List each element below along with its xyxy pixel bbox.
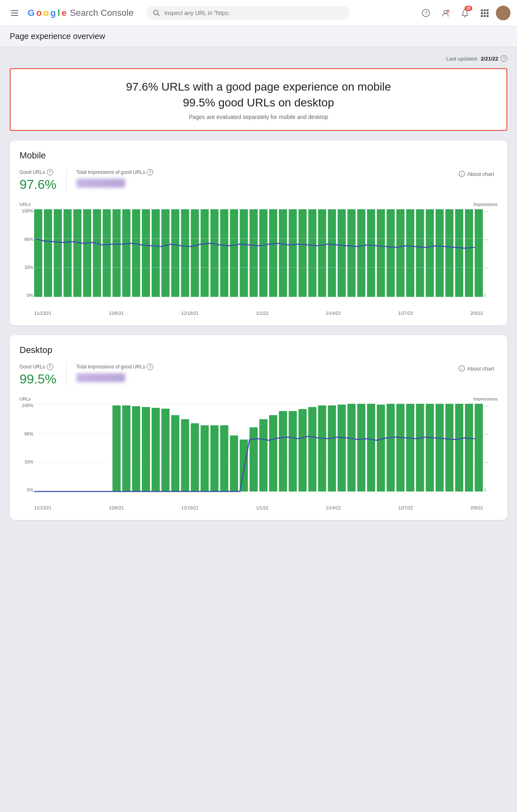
svg-rect-98 xyxy=(318,405,326,492)
mobile-section-title: Mobile xyxy=(20,150,497,161)
svg-rect-54 xyxy=(357,209,365,297)
profile-person-icon[interactable]: 28 xyxy=(437,5,454,21)
desktop-good-urls-info-icon[interactable]: ? xyxy=(47,364,53,370)
search-icon xyxy=(153,9,160,17)
desktop-stats-row: Good URLs ? 99.5% Total impressions of g… xyxy=(20,364,497,387)
svg-rect-58 xyxy=(396,209,404,297)
svg-rect-38 xyxy=(200,209,209,297)
svg-rect-103 xyxy=(367,404,375,492)
mobile-y-left-label: URLs xyxy=(20,202,31,207)
mobile-impressions-label: Total impressions of good URLs ? xyxy=(76,169,153,175)
svg-rect-46 xyxy=(279,209,287,297)
svg-rect-39 xyxy=(211,209,219,297)
svg-rect-35 xyxy=(171,209,179,297)
svg-rect-48 xyxy=(298,209,306,297)
svg-rect-62 xyxy=(436,209,444,297)
svg-rect-88 xyxy=(220,425,228,492)
desktop-chart-svg xyxy=(34,403,483,492)
svg-rect-87 xyxy=(211,425,219,492)
mobile-stat-divider xyxy=(66,169,67,192)
svg-rect-99 xyxy=(328,405,336,492)
notifications-icon[interactable]: 28 xyxy=(457,5,473,21)
desktop-y-left-label: URLs xyxy=(20,396,31,401)
summary-line1: 97.6% URLs with a good page experience o… xyxy=(126,80,391,93)
svg-rect-111 xyxy=(445,404,454,492)
svg-rect-47 xyxy=(289,209,297,297)
desktop-y-right-label: Impressions xyxy=(474,396,497,401)
last-updated-info-icon[interactable]: ? xyxy=(501,55,507,62)
svg-rect-2 xyxy=(11,15,18,16)
svg-rect-109 xyxy=(426,404,434,492)
svg-rect-49 xyxy=(308,209,316,297)
svg-rect-59 xyxy=(406,209,414,297)
svg-rect-26 xyxy=(83,209,91,297)
svg-rect-63 xyxy=(445,209,454,297)
svg-rect-14 xyxy=(487,12,489,14)
svg-rect-97 xyxy=(308,407,316,492)
desktop-good-urls-block: Good URLs ? 99.5% xyxy=(20,364,56,387)
svg-rect-34 xyxy=(161,209,169,297)
summary-line2: 99.5% good URLs on desktop xyxy=(183,96,334,109)
search-bar[interactable] xyxy=(146,6,350,20)
svg-rect-51 xyxy=(328,209,336,297)
svg-rect-27 xyxy=(93,209,101,297)
mobile-about-chart-button[interactable]: i About chart xyxy=(455,169,498,179)
mobile-y-right-label: Impressions xyxy=(474,202,497,207)
svg-rect-64 xyxy=(455,209,463,297)
mobile-good-urls-value: 97.6% xyxy=(20,177,56,192)
svg-rect-10 xyxy=(484,9,486,11)
svg-rect-96 xyxy=(298,409,306,492)
page-title: Page experience overview xyxy=(10,32,507,41)
mobile-impressions-info-icon[interactable]: ? xyxy=(147,169,153,175)
desktop-impressions-blurred-value xyxy=(76,373,125,382)
hamburger-menu[interactable] xyxy=(7,5,23,21)
svg-rect-15 xyxy=(481,15,483,17)
svg-rect-21 xyxy=(34,209,42,297)
svg-rect-100 xyxy=(338,405,346,492)
svg-rect-108 xyxy=(416,404,424,492)
mobile-chart-area: URLs Impressions 100% 66% 33% 0% — — — 0 xyxy=(20,202,497,316)
desktop-y-ticks-left: 100% 66% 33% 0% xyxy=(20,403,33,492)
svg-rect-80 xyxy=(142,407,150,492)
svg-rect-9 xyxy=(481,9,483,11)
mobile-stats-row: Good URLs ? 97.6% Total impressions of g… xyxy=(20,169,497,192)
svg-rect-83 xyxy=(171,415,179,492)
svg-rect-12 xyxy=(481,12,483,14)
svg-rect-79 xyxy=(132,406,140,492)
desktop-good-urls-label: Good URLs ? xyxy=(20,364,56,370)
svg-rect-61 xyxy=(426,209,434,297)
mobile-good-urls-info-icon[interactable]: ? xyxy=(47,169,53,175)
user-avatar[interactable] xyxy=(496,6,510,20)
mobile-about-chart-icon: i xyxy=(458,171,465,177)
search-input[interactable] xyxy=(164,10,343,16)
svg-rect-36 xyxy=(181,209,189,297)
mobile-x-axis: 11/23/21 12/6/21 12/19/21 1/1/22 1/14/22… xyxy=(34,311,483,316)
svg-rect-66 xyxy=(475,209,483,297)
desktop-about-chart-button[interactable]: i About chart xyxy=(455,364,498,373)
mobile-impressions-blurred-value xyxy=(76,179,125,188)
svg-rect-16 xyxy=(484,15,486,17)
svg-rect-55 xyxy=(367,209,375,297)
desktop-impressions-info-icon[interactable]: ? xyxy=(147,364,153,370)
svg-rect-82 xyxy=(161,409,169,492)
svg-rect-91 xyxy=(250,427,258,492)
help-icon-button[interactable]: ? xyxy=(418,5,434,21)
svg-rect-32 xyxy=(142,209,150,297)
svg-rect-92 xyxy=(259,419,267,492)
apps-grid-icon[interactable] xyxy=(476,5,493,21)
svg-rect-60 xyxy=(416,209,424,297)
svg-rect-50 xyxy=(318,209,326,297)
svg-rect-42 xyxy=(240,209,248,297)
svg-rect-45 xyxy=(269,209,277,297)
svg-rect-37 xyxy=(191,209,199,297)
svg-rect-28 xyxy=(103,209,111,297)
svg-rect-95 xyxy=(289,411,297,492)
svg-rect-29 xyxy=(113,209,121,297)
desktop-x-axis: 11/23/21 12/6/21 12/19/21 1/1/22 1/14/22… xyxy=(34,505,483,510)
svg-rect-0 xyxy=(11,10,18,11)
svg-rect-23 xyxy=(54,209,62,297)
desktop-chart-card: Desktop Good URLs ? 99.5% Total impressi… xyxy=(10,335,507,520)
summary-box: 97.6% URLs with a good page experience o… xyxy=(10,68,507,131)
svg-text:i: i xyxy=(461,172,462,176)
svg-rect-110 xyxy=(436,404,444,492)
